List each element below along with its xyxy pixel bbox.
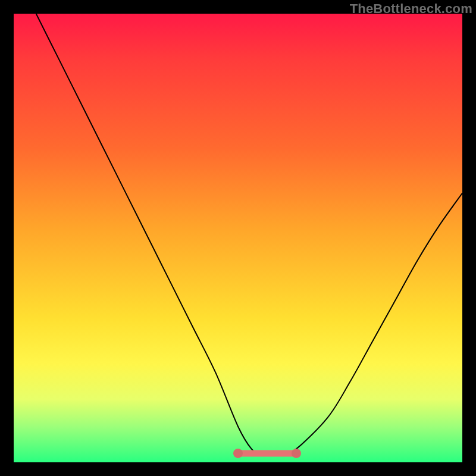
chart-frame: TheBottleneck.com: [0, 0, 476, 476]
plot-area: [14, 14, 462, 462]
sweet-spot-start-marker: [233, 449, 243, 458]
sweet-spot-end-marker: [292, 449, 301, 458]
bottleneck-curve: [36, 14, 462, 453]
curve-layer: [14, 14, 462, 462]
watermark-text: TheBottleneck.com: [350, 1, 472, 17]
